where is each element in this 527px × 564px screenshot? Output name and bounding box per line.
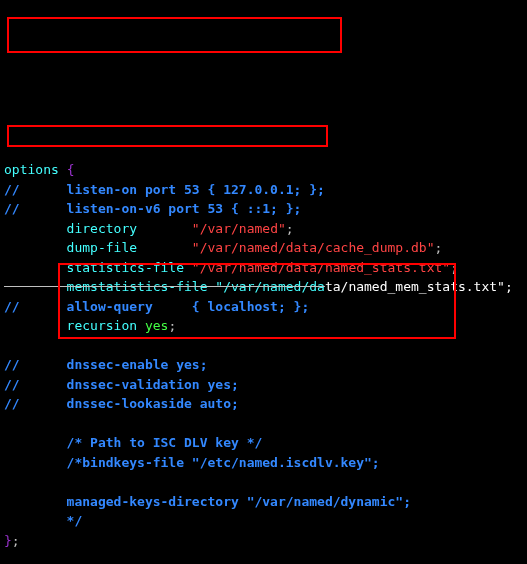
tok: ;	[450, 260, 458, 275]
tok: "/var/named/data/named_stats.txt"	[192, 260, 450, 275]
comment-line: // dnssec-validation yes;	[4, 377, 239, 392]
tok: ;	[12, 533, 20, 548]
comment-line: */	[4, 513, 82, 528]
tok: ;	[435, 240, 443, 255]
strike-line: memstatistics-file "/var/named/da	[4, 279, 325, 294]
tok: "/var/named/data/cache_dump.db"	[192, 240, 435, 255]
tok: dump-file	[4, 240, 137, 255]
comment-line: // dnssec-enable yes;	[4, 357, 208, 372]
comment-line: // listen-on-v6 port 53 { ::1; };	[4, 201, 301, 216]
tok: yes	[145, 318, 168, 333]
comment-line: // listen-on port 53 { 127.0.0.1; };	[4, 182, 325, 197]
comment-line: /*bindkeys-file "/etc/named.iscdlv.key";	[4, 455, 380, 470]
tok: options	[4, 162, 59, 177]
comment-line: managed-keys-directory "/var/named/dynam…	[4, 494, 411, 509]
comment-line: /* Path to ISC DLV key */	[4, 435, 262, 450]
comment-line: // dnssec-lookaside auto;	[4, 396, 239, 411]
tok: ;	[168, 318, 176, 333]
tok: {	[67, 162, 75, 177]
tok: directory	[4, 221, 137, 236]
tok: }	[4, 533, 12, 548]
tok: ;	[286, 221, 294, 236]
highlight-box-listen	[7, 17, 342, 53]
tok: "/var/named"	[192, 221, 286, 236]
tok: statistics-file	[4, 260, 184, 275]
tok: ta/named_mem_stats.txt";	[325, 279, 513, 294]
comment-line: // allow-query { localhost; };	[4, 299, 309, 314]
code-block: options { // listen-on port 53 { 127.0.0…	[4, 160, 523, 564]
tok: recursion	[4, 318, 137, 333]
highlight-box-allow-query	[7, 125, 328, 147]
